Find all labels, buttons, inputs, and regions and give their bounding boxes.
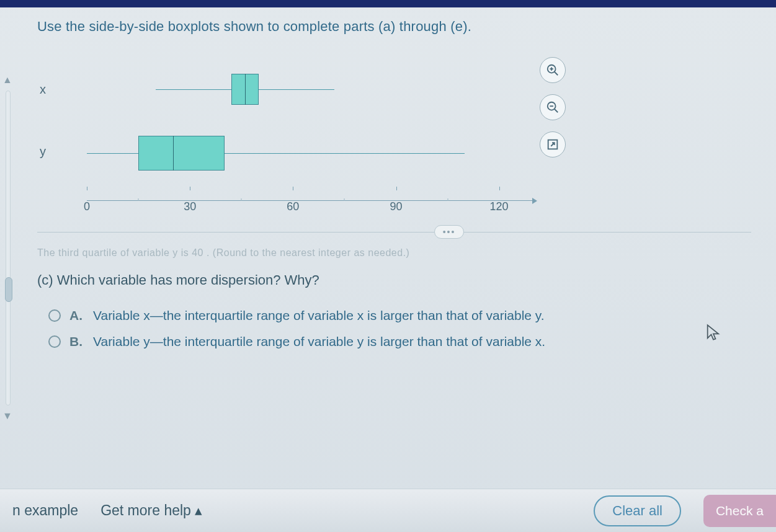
expand-ellipsis-button[interactable]: ••• <box>434 225 464 239</box>
section-divider <box>37 232 751 233</box>
axis-tick: 30 <box>177 200 202 213</box>
question-content: Use the side-by-side boxplots shown to c… <box>0 7 776 532</box>
option-text: Variable y—the interquartile range of va… <box>93 334 545 349</box>
popout-button[interactable] <box>540 131 566 157</box>
minor-tick <box>241 198 242 201</box>
category-label-x: x <box>40 82 46 97</box>
zoom-in-icon <box>546 63 560 77</box>
option-letter: A. <box>69 308 84 323</box>
figure-tool-column <box>540 57 566 157</box>
axis-tick: 60 <box>280 200 305 213</box>
previous-answer-text: The third quartile of variable y is 40 .… <box>37 247 751 259</box>
option-text: Variable x—the interquartile range of va… <box>93 308 545 323</box>
radio-a[interactable] <box>48 309 61 322</box>
window-titlebar <box>0 0 776 7</box>
popout-icon <box>546 138 560 151</box>
zoom-in-button[interactable] <box>540 57 566 83</box>
radio-b[interactable] <box>48 335 61 348</box>
minor-tick <box>447 198 448 201</box>
svg-line-1 <box>555 72 558 76</box>
example-link[interactable]: n example <box>12 502 78 519</box>
svg-line-5 <box>555 109 558 113</box>
minor-tick <box>138 198 139 201</box>
option-letter: B. <box>69 334 84 349</box>
check-answer-button[interactable]: Check a <box>703 495 776 527</box>
boxplot-chart: x y <box>62 52 540 213</box>
plot-area: 0 30 60 90 120 <box>87 52 533 213</box>
question-prompt: Use the side-by-side boxplots shown to c… <box>37 19 751 35</box>
category-label-y: y <box>40 144 46 159</box>
box-y <box>138 136 225 171</box>
clear-all-button[interactable]: Clear all <box>594 495 681 526</box>
answer-options: A. Variable x—the interquartile range of… <box>48 308 751 349</box>
median-x <box>245 74 246 105</box>
get-more-help-link[interactable]: Get more help ▴ <box>100 502 202 519</box>
x-axis <box>87 200 533 201</box>
chevron-up-icon: ▴ <box>195 502 202 518</box>
zoom-out-button[interactable] <box>540 94 566 120</box>
question-c-text: (c) Which variable has more dispersion? … <box>37 272 751 288</box>
axis-tick: 90 <box>384 200 409 213</box>
option-b: B. Variable y—the interquartile range of… <box>48 334 751 349</box>
bottom-toolbar: n example Get more help ▴ Clear all Chec… <box>0 489 776 532</box>
minor-tick <box>344 198 345 201</box>
axis-tick: 0 <box>74 200 99 213</box>
help-label: Get more help <box>100 502 191 518</box>
axis-tick: 120 <box>487 200 512 213</box>
page-root: ▲ ▼ Use the side-by-side boxplots shown … <box>0 0 776 532</box>
cursor-icon <box>705 324 722 341</box>
zoom-out-icon <box>546 100 560 114</box>
option-a: A. Variable x—the interquartile range of… <box>48 308 751 323</box>
median-y <box>173 136 174 171</box>
